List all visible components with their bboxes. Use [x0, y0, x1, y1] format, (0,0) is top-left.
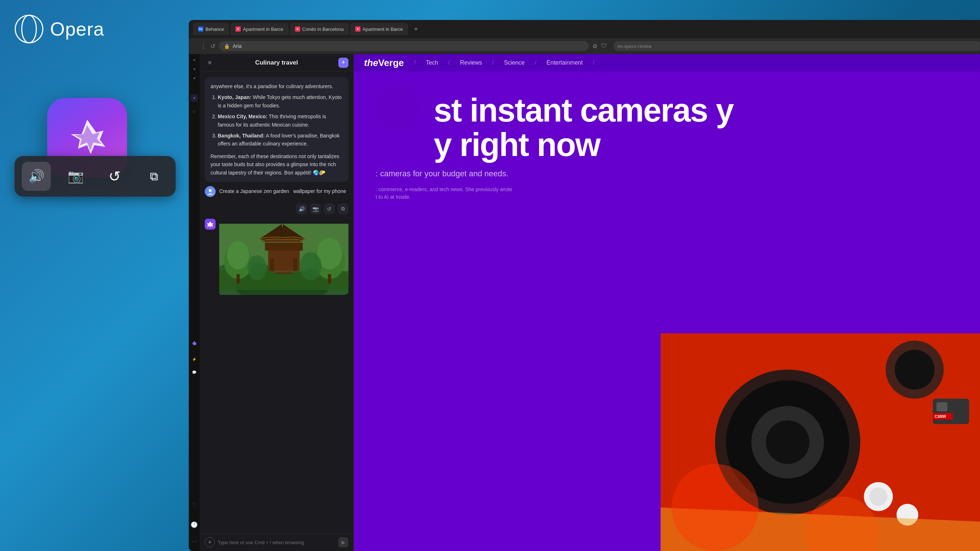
nav-sep-4: / [535, 59, 536, 66]
verge-logo: theVerge [364, 57, 404, 68]
svg-point-1 [22, 15, 36, 43]
verge-title-line1: st instant cameras y [434, 93, 733, 128]
tab-condo[interactable]: ✦ Condo in Barcelona [290, 23, 349, 35]
add-tab-button[interactable]: + [411, 24, 421, 34]
svg-rect-16 [293, 258, 297, 271]
aria-input-field[interactable] [218, 540, 336, 545]
browser-urlbar: ⋮ ↺ 🔒 🔒 Aria ⚙ 🛡 es-specs-review [189, 38, 980, 54]
copy-image-button[interactable]: ⧉ [337, 203, 348, 214]
aria-header: ≡ Culinary travel + [200, 54, 353, 71]
verge-hero-subtitle: : cameras for your budget and needs. [375, 169, 966, 178]
side-icon-flash[interactable]: ⚡ [191, 356, 198, 363]
aria-main: ≡ Culinary travel + anywhere else, it's … [200, 54, 353, 551]
svg-point-34 [895, 350, 935, 390]
tab-apartment-2-label: Apartment in Barce [363, 27, 403, 32]
ai-avatar-icon [207, 221, 214, 228]
user-message-text: Create a Japanese zen garden wallpaper f… [219, 186, 346, 195]
browser-refresh-icon[interactable]: ↺ [210, 43, 215, 50]
opera-logo: Opera [14, 14, 105, 43]
ai-message-culinary: anywhere else, it's a paradise for culin… [205, 77, 348, 182]
lock-icon: 🔒 [224, 43, 230, 49]
svg-rect-17 [274, 270, 293, 273]
tab-apartment-1[interactable]: ✦ Apartment in Barce [231, 23, 288, 35]
nav-tech[interactable]: Tech [426, 59, 438, 66]
side-icon-diamond[interactable]: ◇ [191, 107, 198, 114]
svg-point-42 [671, 464, 759, 551]
side-icon-more[interactable]: ⋯ [189, 536, 200, 547]
side-dot-3 [194, 77, 195, 79]
settings-icon[interactable]: ⚙ [592, 43, 597, 50]
urlbar-input[interactable]: 🔒 🔒 Aria [219, 41, 589, 51]
user-message-zen: Create a Japanese zen garden wallpaper f… [205, 186, 348, 197]
side-icon-star[interactable]: ✦ [191, 94, 198, 102]
camera-button[interactable]: 📷 [61, 162, 90, 191]
airbnb-favicon-1: ✦ [235, 27, 241, 32]
volume-button[interactable]: 🔊 [22, 162, 51, 191]
nav-reviews[interactable]: Reviews [460, 59, 482, 66]
verge-hero-meta: : commerce, e-readers, and tech news. Sh… [375, 186, 593, 201]
tab-condo-label: Condo in Barcelona [302, 27, 344, 32]
shield-icon[interactable]: 🛡 [601, 43, 607, 49]
camera-product-area: C300R [660, 333, 980, 551]
aria-icon-svg [64, 114, 111, 161]
list-item-mexico: Mexico City, Mexico: This thriving metro… [218, 113, 343, 129]
svg-rect-39 [937, 402, 947, 411]
verge-hero: st instant cameras y y right now : camer… [354, 71, 980, 216]
camera-icon: 📷 [67, 169, 84, 184]
behance-favicon: Be [198, 27, 203, 32]
ai-image-with-avatar [205, 219, 348, 296]
screenshot-button[interactable]: 📷 [310, 203, 321, 214]
copy-icon: ⧉ [150, 170, 158, 183]
send-button[interactable]: ▶ [338, 537, 348, 547]
svg-text:C300R: C300R [935, 414, 946, 419]
nav-sep-3: / [492, 59, 494, 66]
side-dot-1 [194, 59, 195, 61]
floating-toolbar: 🔊 📷 ↺ ⧉ [14, 156, 176, 197]
browser-window: Be Behance ✦ Apartment in Barce ✦ Condo … [189, 20, 980, 551]
aria-add-button[interactable]: + [338, 58, 348, 68]
airbnb-favicon-2: ✦ [295, 27, 300, 32]
side-icon-chat[interactable]: 💬 [191, 369, 198, 376]
aria-mid-icon [191, 341, 197, 346]
svg-point-26 [299, 252, 321, 280]
input-add-button[interactable]: + [205, 537, 215, 547]
svg-point-3 [209, 189, 212, 192]
verge-title-line2: y right now [434, 128, 733, 162]
side-icon-heart[interactable]: ♡ [189, 500, 200, 510]
regenerate-button[interactable]: ↺ [324, 203, 335, 214]
svg-point-0 [15, 15, 43, 43]
browser-content: ✦ ◇ ⚡ 💬 ♡ 🕐 ⋯ ≡ Cul [189, 54, 980, 551]
refresh-button[interactable]: ↺ [100, 162, 129, 191]
svg-rect-24 [328, 274, 331, 284]
url-text: Aria [233, 43, 242, 49]
more-options-icon[interactable]: ⋮ [200, 43, 206, 50]
browser-tabs-bar: Be Behance ✦ Apartment in Barce ✦ Condo … [189, 20, 980, 38]
copy-button[interactable]: ⧉ [139, 162, 169, 191]
tab-apartment-2[interactable]: ✦ Apartment in Barce [350, 23, 408, 35]
aria-panel: ✦ ◇ ⚡ 💬 ♡ 🕐 ⋯ ≡ Cul [189, 54, 354, 551]
nav-entertainment[interactable]: Entertainment [547, 59, 583, 66]
opera-logo-icon [14, 14, 43, 43]
tab-behance[interactable]: Be Behance [193, 23, 229, 35]
verge-nav: theVerge / Tech / Reviews / Science / En… [354, 54, 980, 71]
speak-button[interactable]: 🔊 [296, 203, 307, 214]
list-item-kyoto: Kyoto, Japan: While Tokyo gets much atte… [218, 93, 343, 110]
refresh-icon: ↺ [108, 168, 121, 185]
aria-input-bar: + ▶ [200, 533, 353, 551]
web-content: theVerge / Tech / Reviews / Science / En… [354, 54, 980, 551]
camera-svg: C300R [660, 333, 980, 551]
aria-side-icons: ✦ ◇ ⚡ 💬 ♡ 🕐 ⋯ [189, 54, 200, 551]
zen-garden-image [219, 219, 348, 295]
culinary-list: Kyoto, Japan: While Tokyo gets much atte… [210, 93, 343, 148]
nav-science[interactable]: Science [504, 59, 525, 66]
ai-message-intro: anywhere else, it's a paradise for culin… [210, 83, 343, 91]
verge-page: theVerge / Tech / Reviews / Science / En… [354, 54, 980, 551]
svg-rect-21 [237, 274, 240, 284]
verge-meta-line1: : commerce, e-readers, and tech news. Sh… [375, 186, 593, 193]
svg-point-32 [766, 421, 810, 464]
user-avatar [205, 186, 216, 197]
aria-menu-button[interactable]: ≡ [205, 58, 215, 68]
svg-rect-15 [270, 258, 274, 271]
side-icon-clock[interactable]: 🕐 [189, 519, 200, 530]
side-icon-aria-mid[interactable] [191, 340, 198, 347]
